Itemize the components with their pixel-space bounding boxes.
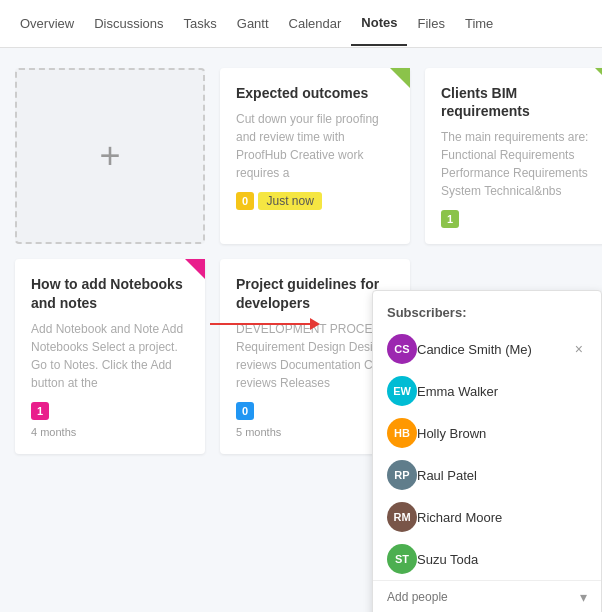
dropdown-icon: ▾: [580, 589, 587, 605]
subscriber-row[interactable]: CS Candice Smith (Me) ×: [373, 328, 601, 370]
card-excerpt: DEVELOPMENT PROCESS Requirement Design D…: [236, 320, 394, 392]
nav-overview[interactable]: Overview: [10, 2, 84, 45]
card-excerpt: Cut down your file proofing and review t…: [236, 110, 394, 182]
nav-gantt[interactable]: Gantt: [227, 2, 279, 45]
note-card-how-to-add[interactable]: How to add Notebooks and notes Add Noteb…: [15, 259, 205, 453]
avatar: RP: [387, 460, 417, 490]
subscriber-name: Candice Smith (Me): [417, 342, 571, 357]
card-title: Project guidelines for developers: [236, 275, 394, 311]
arrow-line: [210, 323, 310, 325]
add-note-card[interactable]: +: [15, 68, 205, 244]
subscriber-name: Raul Patel: [417, 468, 587, 483]
card-excerpt: Add Notebook and Note Add Notebooks Sele…: [31, 320, 189, 392]
popup-title: Subscribers:: [373, 301, 601, 328]
subscriber-row[interactable]: EW Emma Walker: [373, 370, 601, 412]
just-now-label: Just now: [258, 192, 321, 210]
nav-files[interactable]: Files: [407, 2, 454, 45]
avatar: ST: [387, 544, 417, 574]
nav-notes[interactable]: Notes: [351, 1, 407, 46]
card-badge: 0: [236, 192, 254, 210]
card-badge: 1: [31, 402, 49, 420]
card-badge: 1: [441, 210, 459, 228]
subscriber-name: Holly Brown: [417, 426, 587, 441]
subscriber-name: Emma Walker: [417, 384, 587, 399]
nav-discussions[interactable]: Discussions: [84, 2, 173, 45]
add-people-input[interactable]: [387, 590, 580, 604]
remove-subscriber-button[interactable]: ×: [571, 339, 587, 359]
add-people-row[interactable]: ▾: [373, 580, 601, 609]
arrow-head: [310, 318, 320, 330]
top-nav: Overview Discussions Tasks Gantt Calenda…: [0, 0, 602, 48]
card-timestamp: 5 months: [236, 426, 394, 438]
avatar: RM: [387, 502, 417, 532]
avatar: EW: [387, 376, 417, 406]
avatar: HB: [387, 418, 417, 448]
card-title: How to add Notebooks and notes: [31, 275, 189, 311]
card-corner-green: [595, 68, 602, 88]
subscriber-name: Suzu Toda: [417, 552, 587, 567]
subscriber-row[interactable]: HB Holly Brown: [373, 412, 601, 454]
note-card-clients-bim[interactable]: Clients BIM requirements The main requir…: [425, 68, 602, 244]
nav-time[interactable]: Time: [455, 2, 503, 45]
subscriber-name: Richard Moore: [417, 510, 587, 525]
card-title: Clients BIM requirements: [441, 84, 599, 120]
card-timestamp: 4 months: [31, 426, 189, 438]
subscribers-popup: Subscribers: CS Candice Smith (Me) × EW …: [372, 290, 602, 612]
nav-calendar[interactable]: Calendar: [279, 2, 352, 45]
card-excerpt: The main requirements are: Functional Re…: [441, 128, 599, 200]
note-card-expected-outcomes[interactable]: Expected outcomes Cut down your file pro…: [220, 68, 410, 244]
card-badge: 0: [236, 402, 254, 420]
subscriber-row[interactable]: RP Raul Patel: [373, 454, 601, 496]
subscriber-row[interactable]: ST Suzu Toda: [373, 538, 601, 580]
card-corner-green: [390, 68, 410, 88]
avatar: CS: [387, 334, 417, 364]
nav-tasks[interactable]: Tasks: [174, 2, 227, 45]
subscriber-row[interactable]: RM Richard Moore: [373, 496, 601, 538]
arrow-indicator: [210, 318, 320, 330]
card-title: Expected outcomes: [236, 84, 394, 102]
card-corner-pink: [185, 259, 205, 279]
add-icon: +: [99, 138, 120, 174]
